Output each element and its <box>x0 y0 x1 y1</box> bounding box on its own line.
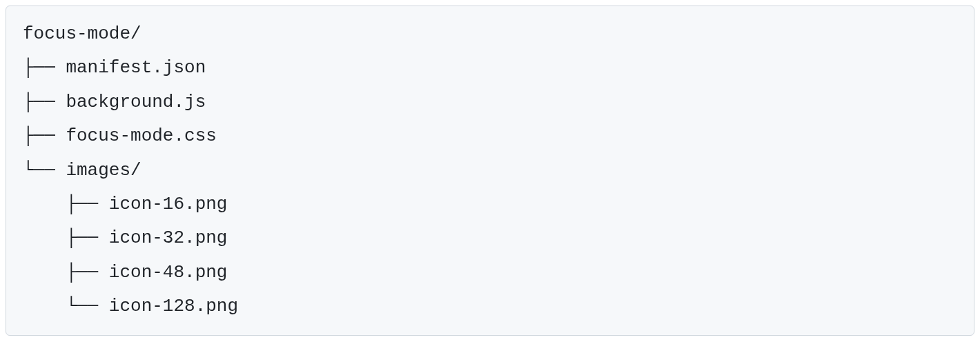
tree-line: focus-mode/ <box>23 17 957 51</box>
tree-line: ├── manifest.json <box>23 51 957 85</box>
tree-line: ├── focus-mode.css <box>23 119 957 153</box>
tree-line: ├── icon-32.png <box>23 221 957 255</box>
tree-line: ├── icon-16.png <box>23 188 957 221</box>
tree-line: ├── icon-48.png <box>23 256 957 290</box>
tree-line: ├── background.js <box>23 85 957 119</box>
tree-line: └── icon-128.png <box>23 290 957 323</box>
directory-tree-block: focus-mode/├── manifest.json├── backgrou… <box>6 6 974 336</box>
tree-line: └── images/ <box>23 154 957 188</box>
